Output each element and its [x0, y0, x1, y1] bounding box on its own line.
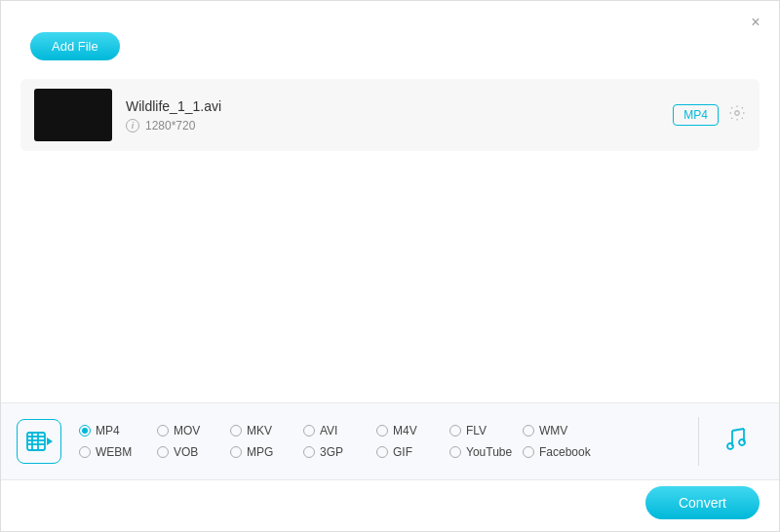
format-option-mpg[interactable]: MPG — [230, 445, 303, 459]
file-resolution: 1280*720 — [145, 119, 195, 133]
format-option-wmv[interactable]: WMV — [523, 424, 596, 437]
add-file-button[interactable]: Add File — [30, 32, 120, 60]
close-icon: × — [751, 14, 760, 31]
file-info: Wildlife_1_1.avi i 1280*720 — [126, 98, 659, 133]
format-option-3gp[interactable]: 3GP — [303, 445, 376, 459]
format-option-mov[interactable]: MOV — [157, 424, 230, 437]
file-name: Wildlife_1_1.avi — [126, 98, 659, 114]
svg-line-8 — [732, 429, 744, 431]
convert-button[interactable]: Convert — [645, 486, 760, 519]
format-option-facebook[interactable]: Facebook — [523, 445, 596, 459]
file-item: Wildlife_1_1.avi i 1280*720 MP4 — [20, 79, 760, 151]
format-panel: MP4 MOV MKV AVI M4V FLV — [1, 402, 779, 480]
svg-marker-7 — [47, 437, 53, 445]
format-option-gif[interactable]: GIF — [376, 445, 449, 459]
format-option-mp4[interactable]: MP4 — [79, 424, 157, 437]
panel-divider — [698, 417, 699, 466]
info-icon: i — [126, 119, 139, 133]
svg-rect-1 — [27, 433, 45, 450]
format-option-flv[interactable]: FLV — [449, 424, 523, 437]
file-meta: i 1280*720 — [126, 119, 659, 133]
format-option-vob[interactable]: VOB — [157, 445, 230, 459]
format-option-youtube[interactable]: YouTube — [449, 445, 523, 459]
format-option-webm[interactable]: WEBM — [79, 445, 157, 459]
format-option-mkv[interactable]: MKV — [230, 424, 303, 437]
main-content: Wildlife_1_1.avi i 1280*720 MP4 — [20, 79, 760, 424]
file-thumbnail — [34, 89, 112, 141]
video-panel-icon[interactable] — [17, 419, 61, 464]
format-option-avi[interactable]: AVI — [303, 424, 376, 437]
settings-icon[interactable] — [728, 104, 746, 127]
format-option-m4v[interactable]: M4V — [376, 424, 449, 437]
audio-panel-icon[interactable] — [709, 425, 763, 458]
format-badge[interactable]: MP4 — [673, 104, 719, 126]
svg-point-0 — [735, 110, 740, 115]
close-button[interactable]: × — [746, 13, 765, 32]
file-actions: MP4 — [673, 104, 746, 127]
